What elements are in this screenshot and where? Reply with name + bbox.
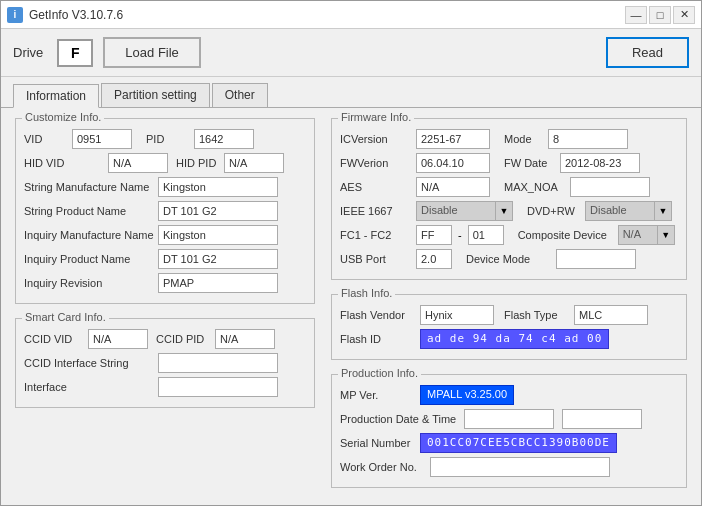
customize-info-section: Customize Info. VID PID HID VID HID PID … <box>15 118 315 304</box>
window-controls: — □ ✕ <box>625 6 695 24</box>
firmware-info-section: Firmware Info. ICVersion Mode FWVerion F… <box>331 118 687 280</box>
usb-port-label: USB Port <box>340 253 412 265</box>
composite-select-arrow[interactable]: ▼ <box>657 225 675 245</box>
fc-label: FC1 - FC2 <box>340 229 412 241</box>
prod-time-input[interactable] <box>562 409 642 429</box>
usb-port-input[interactable] <box>416 249 452 269</box>
left-panel: Customize Info. VID PID HID VID HID PID … <box>15 118 315 495</box>
tab-content: Customize Info. VID PID HID VID HID PID … <box>1 108 701 505</box>
flash-id-label: Flash ID <box>340 333 416 345</box>
inquiry-product-label: Inquiry Product Name <box>24 253 154 265</box>
fc-row: FC1 - FC2 - Composite Device N/A ▼ <box>340 225 678 245</box>
hid-pid-label: HID PID <box>176 157 220 169</box>
app-title: GetInfo V3.10.7.6 <box>29 8 123 22</box>
fc-dash: - <box>458 229 462 241</box>
aes-row: AES MAX_NOA <box>340 177 678 197</box>
flash-vendor-row: Flash Vendor Flash Type <box>340 305 678 325</box>
string-product-row: String Product Name <box>24 201 306 221</box>
usb-port-row: USB Port Device Mode <box>340 249 678 269</box>
dvd-rw-label: DVD+RW <box>527 205 581 217</box>
inquiry-revision-row: Inquiry Revision <box>24 273 306 293</box>
pid-label: PID <box>146 133 190 145</box>
string-product-label: String Product Name <box>24 205 154 217</box>
maximize-button[interactable]: □ <box>649 6 671 24</box>
serial-value: 001CC07CEE5CBCC1390B00DE <box>420 433 617 453</box>
tab-partition-setting[interactable]: Partition setting <box>101 83 210 107</box>
work-order-row: Work Order No. <box>340 457 678 477</box>
read-button[interactable]: Read <box>606 37 689 68</box>
composite-select[interactable]: N/A <box>618 225 658 245</box>
aes-input[interactable] <box>416 177 490 197</box>
hid-pid-input[interactable] <box>224 153 284 173</box>
string-mfr-input[interactable] <box>158 177 278 197</box>
aes-label: AES <box>340 181 412 193</box>
interface-row: Interface <box>24 377 306 397</box>
work-order-input[interactable] <box>430 457 610 477</box>
string-mfr-row: String Manufacture Name <box>24 177 306 197</box>
string-product-input[interactable] <box>158 201 278 221</box>
mode-label: Mode <box>504 133 544 145</box>
ccid-vid-row: CCID VID CCID PID <box>24 329 306 349</box>
customize-info-title: Customize Info. <box>22 111 104 123</box>
dvd-rw-select-arrow[interactable]: ▼ <box>654 201 672 221</box>
flash-id-row: Flash ID ad de 94 da 74 c4 ad 00 <box>340 329 678 349</box>
prod-date-input[interactable] <box>464 409 554 429</box>
ccid-interface-row: CCID Interface String <box>24 353 306 373</box>
minimize-button[interactable]: — <box>625 6 647 24</box>
max-noa-input[interactable] <box>570 177 650 197</box>
vid-input[interactable] <box>72 129 132 149</box>
max-noa-label: MAX_NOA <box>504 181 566 193</box>
flash-type-input[interactable] <box>574 305 648 325</box>
ccid-pid-input[interactable] <box>215 329 275 349</box>
app-icon: i <box>7 7 23 23</box>
flash-info-section: Flash Info. Flash Vendor Flash Type Flas… <box>331 294 687 360</box>
flash-info-title: Flash Info. <box>338 287 395 299</box>
tab-other[interactable]: Other <box>212 83 268 107</box>
vid-row: VID PID <box>24 129 306 149</box>
work-order-label: Work Order No. <box>340 461 426 473</box>
fw-date-label: FW Date <box>504 157 556 169</box>
tab-information[interactable]: Information <box>13 84 99 108</box>
drive-value: F <box>57 39 93 67</box>
ccid-pid-label: CCID PID <box>156 333 211 345</box>
prod-date-label: Production Date & Time <box>340 413 460 425</box>
icversion-input[interactable] <box>416 129 490 149</box>
flash-vendor-input[interactable] <box>420 305 494 325</box>
ieee-select-arrow[interactable]: ▼ <box>495 201 513 221</box>
inquiry-revision-input[interactable] <box>158 273 278 293</box>
ieee-select[interactable]: Disable <box>416 201 496 221</box>
fwversion-input[interactable] <box>416 153 490 173</box>
device-mode-input[interactable] <box>556 249 636 269</box>
hid-vid-label: HID VID <box>24 157 104 169</box>
ccid-vid-label: CCID VID <box>24 333 84 345</box>
mp-ver-value: MPALL v3.25.00 <box>420 385 514 405</box>
interface-input[interactable] <box>158 377 278 397</box>
inquiry-product-input[interactable] <box>158 249 278 269</box>
hid-vid-input[interactable] <box>108 153 168 173</box>
inquiry-mfr-label: Inquiry Manufacture Name <box>24 229 154 241</box>
ccid-vid-input[interactable] <box>88 329 148 349</box>
hid-vid-row: HID VID HID PID <box>24 153 306 173</box>
fw-date-input[interactable] <box>560 153 640 173</box>
tab-bar: Information Partition setting Other <box>1 77 701 108</box>
inquiry-mfr-input[interactable] <box>158 225 278 245</box>
production-info-section: Production Info. MP Ver. MPALL v3.25.00 … <box>331 374 687 488</box>
ieee-row: IEEE 1667 Disable ▼ DVD+RW Disable ▼ <box>340 201 678 221</box>
fc2-input[interactable] <box>468 225 504 245</box>
smart-card-title: Smart Card Info. <box>22 311 109 323</box>
inquiry-mfr-row: Inquiry Manufacture Name <box>24 225 306 245</box>
flash-type-label: Flash Type <box>504 309 570 321</box>
close-button[interactable]: ✕ <box>673 6 695 24</box>
right-panel: Firmware Info. ICVersion Mode FWVerion F… <box>331 118 687 495</box>
production-info-title: Production Info. <box>338 367 421 379</box>
serial-row: Serial Number 001CC07CEE5CBCC1390B00DE <box>340 433 678 453</box>
pid-input[interactable] <box>194 129 254 149</box>
ccid-interface-input[interactable] <box>158 353 278 373</box>
firmware-info-title: Firmware Info. <box>338 111 414 123</box>
fwversion-label: FWVerion <box>340 157 412 169</box>
mode-input[interactable] <box>548 129 628 149</box>
serial-label: Serial Number <box>340 437 416 449</box>
load-file-button[interactable]: Load File <box>103 37 200 68</box>
fc1-input[interactable] <box>416 225 452 245</box>
dvd-rw-select[interactable]: Disable <box>585 201 655 221</box>
